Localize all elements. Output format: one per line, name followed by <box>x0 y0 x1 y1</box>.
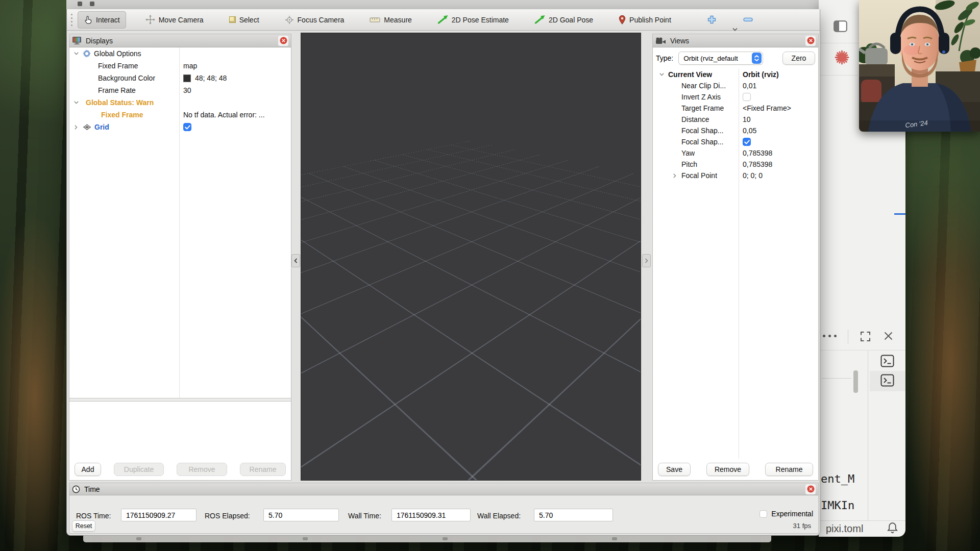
window-control-mark <box>78 2 82 6</box>
experimental-label: Experimental <box>771 510 813 518</box>
webcam-illustration: Con '24 <box>859 0 980 132</box>
tree-row-fixed-frame[interactable]: Fixed FrameNo tf data. Actual error: ... <box>69 109 291 121</box>
tree-row-focal-point[interactable]: Focal Point0; 0; 0 <box>653 170 818 181</box>
tree-row-invert-z-axis[interactable]: Invert Z Axis <box>653 91 818 103</box>
property-name: Grid <box>69 123 179 131</box>
collapse-left-panel-button[interactable] <box>291 254 300 267</box>
views-panel-header[interactable]: Views <box>653 34 818 47</box>
experimental-checkbox[interactable] <box>760 510 767 518</box>
tree-row-focal-shap[interactable]: Focal Shap... <box>653 136 818 147</box>
tree-row-grid[interactable]: Grid <box>69 121 291 133</box>
color-swatch <box>183 74 191 82</box>
view-type-select[interactable]: Orbit (rviz_default <box>678 52 763 65</box>
fullscreen-icon[interactable] <box>860 331 871 344</box>
zero-button[interactable]: Zero <box>782 52 815 65</box>
time-field-value-wall-elapsed[interactable]: 5.70 <box>534 509 613 521</box>
pose-arrow-icon <box>437 15 448 24</box>
reset-button[interactable]: Reset <box>72 520 95 532</box>
time-close-button[interactable] <box>805 484 816 494</box>
terminal-icon[interactable] <box>880 374 894 389</box>
time-field-value-ros-elapsed[interactable]: 5.70 <box>263 509 339 521</box>
property-label: Focal Shap... <box>681 127 724 135</box>
remove-tool-button[interactable] <box>743 17 753 22</box>
save-button[interactable]: Save <box>658 463 691 476</box>
time-panel-header[interactable]: Time <box>69 483 818 495</box>
property-value: Orbit (rviz) <box>739 70 818 79</box>
tree-row-focal-shap[interactable]: Focal Shap...0,05 <box>653 125 818 136</box>
remove-button[interactable]: Remove <box>177 463 227 476</box>
tool-label: Interact <box>96 16 120 24</box>
tool-focus-camera[interactable]: Focus Camera <box>279 11 351 29</box>
scrollbar-thumb[interactable] <box>853 370 858 393</box>
tree-row-global-status-warn[interactable]: Global Status: Warn <box>69 96 291 109</box>
add-button[interactable]: Add <box>75 463 101 476</box>
bell-icon[interactable] <box>887 521 898 536</box>
webcam-video: Con '24 <box>859 0 980 132</box>
tree-row-current-view[interactable]: Current ViewOrbit (rviz) <box>653 69 818 80</box>
viewport-3d[interactable] <box>301 33 641 481</box>
close-icon[interactable] <box>883 331 894 343</box>
value-text: 0,05 <box>743 127 756 135</box>
asterisk-icon[interactable] <box>835 50 849 67</box>
expander-down-icon[interactable] <box>72 101 80 105</box>
checkbox-checked[interactable] <box>743 138 751 146</box>
move-camera-icon <box>145 15 155 24</box>
tool-move-camera[interactable]: Move Camera <box>139 11 210 29</box>
tree-row-yaw[interactable]: Yaw0,785398 <box>653 147 818 159</box>
toolbar-drag-handle[interactable] <box>71 14 72 26</box>
checkbox-checked[interactable] <box>183 123 191 131</box>
displays-panel-header[interactable]: Displays <box>69 34 291 47</box>
toolbar-overflow-chevron-icon[interactable] <box>732 24 738 34</box>
property-label: Current View <box>668 70 712 79</box>
property-value: 0,785398 <box>739 149 818 157</box>
clock-icon <box>72 485 80 493</box>
tree-row-fixed-frame[interactable]: Fixed Framemap <box>69 60 291 72</box>
displays-empty-area <box>69 402 291 459</box>
tree-row-global-options[interactable]: Global Options <box>69 47 291 60</box>
time-field-value-ros-time[interactable]: 1761150909.27 <box>121 509 197 521</box>
sidebar-toggle-icon[interactable] <box>834 20 847 34</box>
tool-2d-goal-pose[interactable]: 2D Goal Pose <box>528 11 599 29</box>
tree-row-pitch[interactable]: Pitch0,785398 <box>653 159 818 170</box>
displays-splitter[interactable] <box>69 398 291 402</box>
gear-icon <box>83 49 91 58</box>
tool-measure[interactable]: Measure <box>363 11 418 29</box>
checkbox-unchecked[interactable] <box>743 93 751 101</box>
combo-spinner-icon <box>752 53 762 64</box>
tree-row-background-color[interactable]: Background Color48; 48; 48 <box>69 72 291 84</box>
more-options-icon[interactable] <box>823 335 837 337</box>
remove-button[interactable]: Remove <box>706 463 749 476</box>
expander-right-icon[interactable] <box>671 173 678 179</box>
tool-select[interactable]: Select <box>223 11 265 29</box>
tool-label: Select <box>239 16 259 24</box>
tool-label: 2D Goal Pose <box>549 16 593 24</box>
tool-label: Move Camera <box>159 16 204 24</box>
property-name: Fixed Frame <box>69 111 179 119</box>
rename-button[interactable]: Rename <box>240 463 286 476</box>
views-close-button[interactable] <box>805 36 816 46</box>
add-tool-button[interactable] <box>707 15 717 24</box>
property-name: Global Options <box>69 49 179 58</box>
collapse-right-panel-button[interactable] <box>642 254 651 267</box>
duplicate-button[interactable]: Duplicate <box>114 463 164 476</box>
tool-2d-pose-estimate[interactable]: 2D Pose Estimate <box>431 11 515 29</box>
time-field-value-wall-time[interactable]: 1761150909.31 <box>391 509 471 521</box>
goal-arrow-icon <box>534 15 545 24</box>
tree-row-target-frame[interactable]: Target Frame<Fixed Frame> <box>653 103 818 114</box>
tree-row-near-clip-di[interactable]: Near Clip Di...0,01 <box>653 80 818 91</box>
rviz-window: InteractMove CameraSelectFocus CameraMea… <box>66 9 820 536</box>
expander-right-icon[interactable] <box>72 124 80 130</box>
tool-label: Publish Point <box>629 16 671 24</box>
expander-down-icon[interactable] <box>658 72 665 77</box>
rename-button[interactable]: Rename <box>765 463 813 476</box>
tool-interact[interactable]: Interact <box>78 11 126 29</box>
property-name: Yaw <box>653 149 739 157</box>
expander-down-icon[interactable] <box>72 52 80 56</box>
property-label: Distance <box>681 115 709 123</box>
tree-row-distance[interactable]: Distance10 <box>653 114 818 125</box>
terminal-icon[interactable] <box>880 355 894 369</box>
tree-row-frame-rate[interactable]: Frame Rate30 <box>69 84 291 96</box>
property-name: Target Frame <box>653 104 739 112</box>
tool-publish-point[interactable]: Publish Point <box>612 11 677 29</box>
displays-close-button[interactable] <box>278 36 288 46</box>
